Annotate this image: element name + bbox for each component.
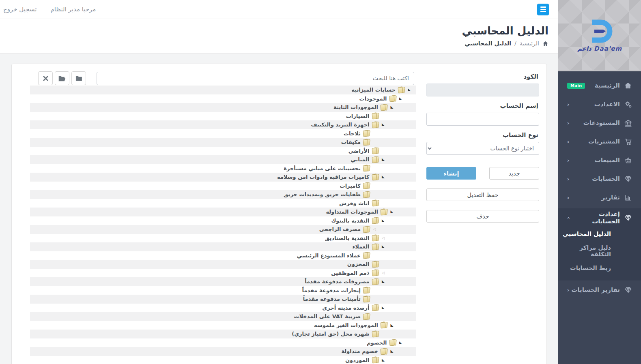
welcome-user-link[interactable]: مرحبا مدير النظام <box>50 6 96 13</box>
sidebar-subitem[interactable]: ربط الحسابات <box>558 261 641 275</box>
tree-node[interactable]: السيارات <box>30 112 416 121</box>
delete-button[interactable]: حذف <box>426 210 539 223</box>
tree-toggle-icon[interactable]: ◁ <box>370 227 379 231</box>
home-icon <box>624 81 632 90</box>
tree-node[interactable]: إيجارات مدفوعة مقدماً <box>30 286 416 295</box>
logout-link[interactable]: تسجيل خروج <box>3 6 37 13</box>
tree-node[interactable]: ◣ الموجودات المتداولة <box>30 208 416 216</box>
code-field[interactable] <box>426 84 539 96</box>
tree-node[interactable]: ◣ الخصوم <box>30 338 416 347</box>
tree-node[interactable]: اثاث وفرش <box>30 199 416 208</box>
save-edit-button[interactable]: حفظ التعديل <box>426 188 539 201</box>
brand-name: Daa'em داعم <box>577 45 622 52</box>
tree-toggle-icon[interactable]: ◣ <box>379 219 388 223</box>
expand-all-button[interactable] <box>55 71 69 85</box>
tree-node[interactable]: عملاء المستودع الرئيسي <box>30 251 416 260</box>
tree-toggle-icon[interactable]: ◣ <box>379 358 388 362</box>
chevron-down-icon: ‹ <box>565 216 571 219</box>
tree-toggle-icon[interactable]: ◣ <box>387 210 396 214</box>
search-input[interactable] <box>97 72 414 85</box>
tree-node[interactable]: ◣ العملاء <box>30 242 416 251</box>
clear-search-button[interactable] <box>38 71 53 85</box>
tree-node[interactable]: تحسينات على مباني مستأجرة <box>30 164 416 173</box>
breadcrumb-home-link[interactable]: الرئيسية <box>520 40 539 47</box>
tree-node[interactable]: ◣ اجهزة التبريد والتكييف <box>30 120 416 129</box>
file-icon <box>372 200 379 206</box>
tree-toggle-icon[interactable]: ◣ <box>387 105 396 109</box>
file-icon <box>363 165 370 171</box>
main-badge: Main <box>567 83 585 89</box>
tree-node[interactable]: ◣ مصروفات مدفوعة مقدماً <box>30 277 416 286</box>
sidebar-item-gears[interactable]: الاعدادت ‹ <box>558 95 641 113</box>
tree-node-label: اجهزة التبريد والتكييف <box>311 122 369 128</box>
file-icon <box>372 122 379 128</box>
tree-node[interactable]: شهرة محل (حق امتياز تجاري) <box>30 330 416 338</box>
file-icon <box>372 357 379 363</box>
folder-open-icon <box>58 75 66 81</box>
tree-node[interactable]: ◣ الموجودات <box>30 94 416 103</box>
sidebar-item-chart[interactable]: تقارير ‹ <box>558 188 641 207</box>
tree-toggle-icon[interactable]: ◣ <box>387 323 396 327</box>
tree-node[interactable]: مكيفات <box>30 138 416 147</box>
sidebar-item-accounts-reports[interactable]: تقارير الحسابات ‹ <box>558 280 641 299</box>
account-type-select[interactable]: اختيار نوع الحساب <box>426 142 539 155</box>
sidebar-item-basket[interactable]: المبيعات ‹ <box>558 151 641 169</box>
tree-node[interactable]: كاميرات <box>30 182 416 191</box>
tree-toggle-icon[interactable]: ◣ <box>379 123 388 126</box>
tree-node[interactable]: تأمينات مدفوعة مقدماً <box>30 295 416 304</box>
tree-node[interactable]: ◣ الموجودات الغير ملموسه <box>30 321 416 330</box>
tree-node[interactable]: ◣ الموجودات الثابتة <box>30 103 416 112</box>
tree-toggle-icon[interactable]: ◣ <box>396 97 405 101</box>
tree-node[interactable]: ◣ أرصدة مدينة أخرى <box>30 304 416 313</box>
sidebar-item-cart[interactable]: المشتريات ‹ <box>558 132 641 151</box>
tree-toggle-icon[interactable]: ◣ <box>379 175 388 179</box>
tree-node[interactable]: ◁ مصرف الراجحي <box>30 225 416 234</box>
tree-toggle-icon[interactable]: ◣ <box>387 349 396 353</box>
tree-node[interactable]: ◣ كاميرات مراقبة وادوات امن وسلامه <box>30 173 416 182</box>
tree-node[interactable]: ◣ خصوم متداولة <box>30 347 416 356</box>
file-icon <box>398 87 405 93</box>
sidebar-item-home[interactable]: الرئيسية Main <box>558 76 641 95</box>
tree-node-label: مصرف الراجحي <box>319 226 361 232</box>
collapse-all-button[interactable] <box>71 71 86 85</box>
tree-node[interactable]: طفايات حريق وتمديدات حريق <box>30 190 416 199</box>
sidebar-item-accounts-settings[interactable]: إعدادت الحسابات ‹ <box>558 208 641 227</box>
account-name-field[interactable] <box>426 113 539 126</box>
tree-node[interactable]: ◣ حسابات الميزانية <box>30 86 416 94</box>
sidebar-subitem[interactable]: دليل مراكز التكلفة <box>558 241 641 261</box>
tree-node[interactable]: ضريبة VAT على المدخلات <box>30 312 416 321</box>
tree-node[interactable]: ◣ النقدية بالبنوك <box>30 216 416 225</box>
file-icon <box>363 139 370 146</box>
tree-node-label: الموجودات <box>359 96 387 102</box>
tree-toggle-icon[interactable]: ◁ <box>379 271 388 275</box>
tree-toggle-icon[interactable]: ◣ <box>405 88 414 92</box>
tree-node-label: خصوم متداولة <box>341 348 378 354</box>
home-icon <box>542 41 549 47</box>
tree-node[interactable]: ◁ النقدية بالصناديق <box>30 234 416 243</box>
sidebar-toggle-button[interactable] <box>537 4 549 15</box>
tree-node[interactable]: المخزون <box>30 260 416 269</box>
tree-node[interactable]: ◁ ذمم الموظفين <box>30 269 416 278</box>
tree-toggle-icon[interactable]: ◁ <box>379 236 388 240</box>
cart-icon <box>624 137 632 146</box>
new-button[interactable]: جديد <box>489 167 539 180</box>
tree-toggle-icon[interactable]: ◣ <box>379 158 388 161</box>
sidebar-item-bank[interactable]: المستودعات ‹ <box>558 113 641 132</box>
tree-toggle-icon[interactable]: ◣ <box>379 280 388 283</box>
tree-toggle-icon[interactable]: ◣ <box>379 306 388 310</box>
tree-node[interactable]: ◣ المباني <box>30 155 416 164</box>
accounts-settings-section: إعدادت الحسابات ‹ الدليل المحاسبيدليل مر… <box>558 208 641 280</box>
tree-node[interactable]: الأراضي <box>30 147 416 156</box>
sidebar-item-gem[interactable]: الحسابات ‹ <box>558 169 641 188</box>
tree-node[interactable]: ◣ الموردون <box>30 356 416 364</box>
sidebar-item-label: تقارير الحسابات <box>571 286 620 293</box>
chevron-left-icon: ‹ <box>567 101 569 107</box>
tree-toggle-icon[interactable]: ◣ <box>379 245 388 248</box>
tree-node-label: تأمينات مدفوعة مقدماً <box>303 296 361 302</box>
create-button[interactable]: إنشاء <box>426 167 476 180</box>
topbar: مرحبا مدير النظام تسجيل خروج <box>0 0 558 19</box>
tree-node-label: الأراضي <box>348 148 370 154</box>
sidebar-subitem[interactable]: الدليل المحاسبي <box>558 227 641 241</box>
tree-node[interactable]: ثلاجات <box>30 129 416 138</box>
tree-toggle-icon[interactable]: ◣ <box>396 341 405 345</box>
